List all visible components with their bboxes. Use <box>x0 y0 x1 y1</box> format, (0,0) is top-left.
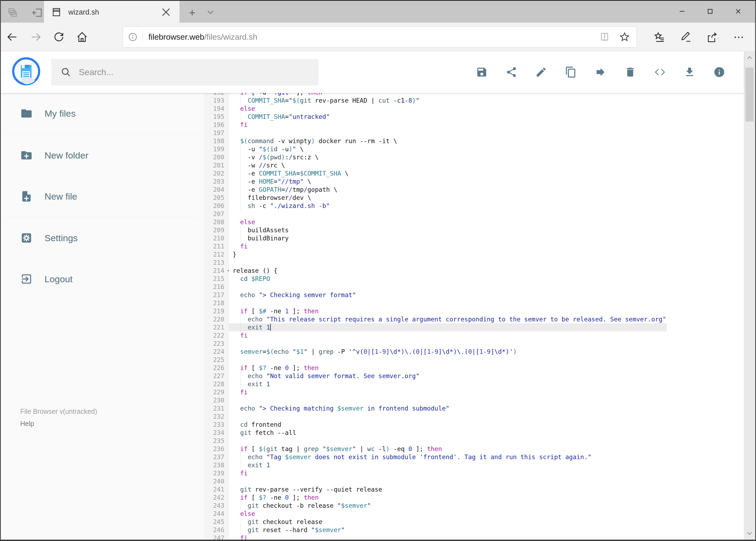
code-line-231[interactable]: 231 echo "> Checking matching $semver in… <box>204 404 744 412</box>
info-circle-icon[interactable] <box>123 30 142 44</box>
code-line-233[interactable]: 233 cd frontend <box>204 420 744 429</box>
code-line-215[interactable]: 215 cd $REPO <box>204 275 744 283</box>
share-button[interactable] <box>505 66 518 78</box>
more-ellipsis-icon[interactable] <box>725 26 752 48</box>
code-line-220[interactable]: 220 echo "This release script requires a… <box>204 315 744 323</box>
search-input[interactable]: Search... <box>51 59 319 85</box>
code-line-218[interactable]: 218 <box>204 299 744 307</box>
code-line-242[interactable]: 242 if [ $? -ne 0 ]; then <box>204 493 744 502</box>
minimize-icon[interactable] <box>668 2 696 20</box>
code-line-238[interactable]: 238 exit 1 <box>204 461 744 469</box>
code-line-194[interactable]: 194 else <box>204 105 744 113</box>
code-line-226[interactable]: 226 if [ $? -ne 0 ]; then <box>204 364 744 372</box>
code-line-227[interactable]: 227 echo "Not valid semver format. See s… <box>204 372 744 380</box>
code-line-198[interactable]: 198 $(command -v winpty) docker run --rm… <box>204 137 744 145</box>
editor-mode-button[interactable] <box>654 66 666 78</box>
code-line-228[interactable]: 228 exit 1 <box>204 380 744 388</box>
save-button[interactable] <box>476 66 488 78</box>
code-line-216[interactable]: 216 <box>204 283 744 291</box>
code-line-199[interactable]: 199 -u "$(id -u)" \ <box>204 145 744 153</box>
help-link[interactable]: Help <box>20 420 34 427</box>
code-line-225[interactable]: 225 <box>204 356 744 364</box>
url-text[interactable]: filebrowser.web/files/wizard.sh <box>148 32 595 42</box>
web-note-pen-icon[interactable] <box>672 26 699 48</box>
code-line-221[interactable]: 221 exit 1 <box>204 323 744 331</box>
rename-button[interactable] <box>535 66 547 78</box>
code-line-209[interactable]: 209 buildAssets <box>204 226 744 234</box>
code-line-243[interactable]: 243 git checkout -b release "$semver" <box>204 502 744 510</box>
browser-tab[interactable]: wizard.sh <box>44 1 179 24</box>
code-line-201[interactable]: 201 -w //src \ <box>204 161 744 169</box>
code-line-234[interactable]: 234 git fetch --all <box>204 429 744 437</box>
code-line-217[interactable]: 217 echo "> Checking semver format" <box>204 291 744 299</box>
home-icon[interactable] <box>71 26 94 48</box>
code-line-210[interactable]: 210 buildBinary <box>204 234 744 242</box>
code-line-245[interactable]: 245 git checkout release <box>204 518 744 526</box>
info-button[interactable] <box>713 66 725 78</box>
code-line-214[interactable]: 214▾release () { <box>204 267 744 275</box>
code-line-230[interactable]: 230 <box>204 396 744 404</box>
code-line-195[interactable]: 195 COMMIT_SHA="untracked" <box>204 113 744 121</box>
code-line-237[interactable]: 237 echo "Tag $semver does not exist in … <box>204 453 744 461</box>
scroll-down-icon[interactable] <box>744 527 755 540</box>
maximize-icon[interactable] <box>696 2 724 20</box>
code-editor[interactable]: 192 if [ -d ".git" ]; then193 COMMIT_SHA… <box>204 93 744 540</box>
sidebar-item-logout[interactable]: Logout <box>1 270 204 287</box>
set-tabs-aside-icon[interactable] <box>30 6 44 20</box>
scroll-up-icon[interactable] <box>744 51 755 64</box>
tab-list-chevron-icon[interactable] <box>205 7 218 20</box>
code-line-246[interactable]: 246 git reset --hard "$semver" <box>204 526 744 534</box>
code-line-192[interactable]: 192 if [ -d ".git" ]; then <box>204 93 744 96</box>
code-line-236[interactable]: 236 if [ $(git tag | grep "$semver" | wc… <box>204 445 744 453</box>
back-icon[interactable] <box>1 26 24 48</box>
code-line-244[interactable]: 244 else <box>204 510 744 518</box>
code-line-247[interactable]: 247 fi <box>204 534 744 540</box>
code-line-224[interactable]: 224 semver=$(echo "$1" | grep -P '^v(0|[… <box>204 347 744 356</box>
code-line-213[interactable]: 213 <box>204 259 744 267</box>
copy-button[interactable] <box>565 66 577 78</box>
share-page-icon[interactable] <box>699 26 725 48</box>
favorite-star-icon[interactable] <box>615 29 634 45</box>
code-line-239[interactable]: 239 fi <box>204 469 744 477</box>
download-button[interactable] <box>683 66 696 78</box>
refresh-icon[interactable] <box>47 26 71 48</box>
code-line-235[interactable]: 235 <box>204 437 744 445</box>
code-line-196[interactable]: 196 fi <box>204 121 744 129</box>
code-line-203[interactable]: 203 -e HOME="//tmp" \ <box>204 178 744 186</box>
code-line-240[interactable]: 240 <box>204 477 744 485</box>
tab-preview-icon[interactable] <box>5 6 19 20</box>
sidebar-item-new-folder[interactable]: New folder <box>1 147 204 164</box>
close-icon[interactable] <box>724 2 752 20</box>
code-line-204[interactable]: 204 -e GOPATH=//tmp/gopath \ <box>204 186 744 194</box>
code-line-222[interactable]: 222 fi <box>204 331 744 339</box>
move-button[interactable] <box>594 66 607 78</box>
code-line-208[interactable]: 208 else <box>204 218 744 226</box>
sidebar-item-my-files[interactable]: My files <box>1 105 204 122</box>
code-line-205[interactable]: 205 filebrowser/dev \ <box>204 194 744 202</box>
hub-favorites-icon[interactable] <box>646 26 672 48</box>
code-line-223[interactable]: 223 <box>204 339 744 347</box>
delete-button[interactable] <box>624 66 636 78</box>
sidebar-item-new-file[interactable]: New file <box>1 188 204 205</box>
code-line-232[interactable]: 232 <box>204 412 744 420</box>
code-line-200[interactable]: 200 -v /$(pwd):/src:z \ <box>204 153 744 161</box>
tab-close-icon[interactable] <box>160 6 172 18</box>
scrollbar-thumb[interactable] <box>745 68 754 122</box>
floppy-logo-icon[interactable] <box>12 57 40 85</box>
page-scrollbar[interactable] <box>744 51 755 540</box>
new-tab-button[interactable]: + <box>186 6 199 19</box>
address-bar[interactable]: filebrowser.web/files/wizard.sh <box>123 26 637 48</box>
code-line-197[interactable]: 197 <box>204 129 744 137</box>
forward-icon[interactable] <box>24 26 47 48</box>
code-line-212[interactable]: 212} <box>204 251 744 259</box>
code-line-219[interactable]: 219 if [ $# -ne 1 ]; then <box>204 307 744 315</box>
reading-view-icon[interactable] <box>595 29 615 45</box>
code-line-241[interactable]: 241 git rev-parse --verify --quiet relea… <box>204 485 744 493</box>
code-line-211[interactable]: 211 fi <box>204 242 744 251</box>
code-line-202[interactable]: 202 -e COMMIT_SHA=$COMMIT_SHA \ <box>204 169 744 178</box>
code-line-229[interactable]: 229 fi <box>204 388 744 396</box>
code-line-206[interactable]: 206 sh -c "./wizard.sh -b" <box>204 202 744 210</box>
code-line-193[interactable]: 193 COMMIT_SHA="$(git rev-parse HEAD | c… <box>204 96 744 105</box>
code-line-207[interactable]: 207 <box>204 210 744 218</box>
sidebar-item-settings[interactable]: Settings <box>1 230 204 246</box>
